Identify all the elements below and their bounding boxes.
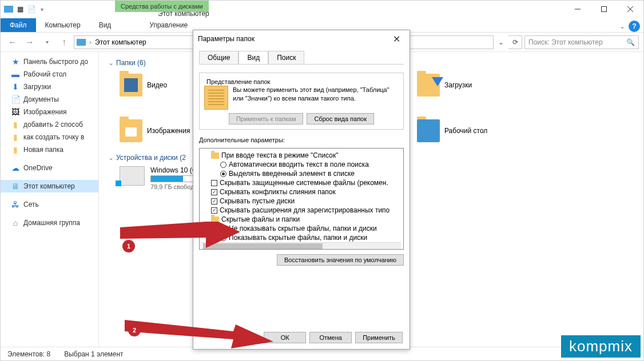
nav-newfolder[interactable]: ▮Новая папка [1,143,98,156]
nav-up-button[interactable]: ↑ [57,35,71,50]
folder-views-group: Представление папок Вы можете применить … [199,73,404,130]
search-placeholder: Поиск: Этот компьютер [528,38,603,46]
maximize-button[interactable] [591,1,617,18]
node-hidden-files: Скрытые файлы и папки [211,215,401,224]
restore-defaults-button[interactable]: Восстановить значения по умолчанию [277,254,404,266]
search-box[interactable]: Поиск: Этот компьютер 🔍 [524,35,639,49]
network-icon: 🖧 [11,200,20,209]
nav-this-pc[interactable]: 🖥Этот компьютер [1,180,98,192]
radio-icon [220,235,226,241]
address-location: Этот компьютер [95,38,146,46]
svg-rect-2 [602,7,607,12]
advanced-label: Дополнительные параметры: [199,137,404,143]
ok-button[interactable]: ОК [264,332,306,343]
search-icon: 🔍 [626,38,635,46]
pc-icon [77,39,86,46]
help-button[interactable]: ? [629,21,640,32]
pc-icon: 🖥 [11,182,20,191]
node-list-mode: При вводе текста в режиме "Список" [211,151,401,160]
folder-icon [120,119,142,142]
radio-auto-type[interactable]: Автоматически вводить текст в поле поиск… [220,160,401,169]
nav-pictures[interactable]: 🖼Изображения [1,106,98,118]
radio-select-typed[interactable]: Выделять введенный элемент в списке [220,169,401,178]
check-hide-system[interactable]: Скрывать защищенные системные файлы (рек… [211,178,401,187]
svg-rect-0 [4,6,13,13]
folder-view-icon [204,86,228,110]
horizontal-scrollbar[interactable] [202,242,401,250]
folder-icon: ▮ [11,133,20,142]
nav-recent-dropdown[interactable]: ▾ [39,35,54,50]
nav-back-button[interactable]: ← [5,35,20,50]
refresh-button[interactable]: ⟳ [508,35,522,49]
folder-icon [211,216,219,223]
folder-downloads[interactable]: Загрузки [417,74,531,97]
qat-newfolder-icon[interactable]: 📄 [27,5,36,14]
ribbon-tab-computer[interactable]: Компьютер [36,18,90,32]
check-hide-empty[interactable]: Скрывать пустые диски [211,196,401,206]
annotation-badge-2: 2 [128,324,141,336]
folder-icon [211,153,219,159]
radio-icon [220,226,226,232]
titlebar: ▦ 📄 ▾ Средства работы с дисками Этот ком… [1,1,643,18]
folder-icon: ▮ [11,145,20,154]
cancel-button[interactable]: Отмена [309,332,352,343]
nav-quick-access[interactable]: ★Панель быстрого до [1,55,98,68]
address-dropdown[interactable]: ⌄ [496,38,506,46]
apply-to-folders-button[interactable]: Применить к папкам [229,113,304,125]
downloads-icon: ⬇ [11,82,20,91]
check-hide-merge[interactable]: Скрывать конфликты слияния папок [211,187,401,196]
star-icon: ★ [11,57,20,66]
folder-icon [417,74,440,97]
folder-icon [120,74,142,97]
nav-desktop[interactable]: ▬Рабочий стол [1,68,98,81]
nav-add2ways[interactable]: ▮добавить 2 способ [1,118,98,131]
checkbox-icon [211,207,217,214]
status-item-count: Элементов: 8 [7,350,50,358]
dialog-close-button[interactable]: ✕ [388,31,405,47]
dialog-tab-search[interactable]: Поиск [268,51,304,65]
checkbox-icon [211,180,217,186]
checkbox-icon [211,189,217,195]
nav-network[interactable]: 🖧Сеть [1,198,98,211]
documents-icon: 📄 [11,95,20,104]
nav-howto[interactable]: ▮как создать точку в [1,131,98,143]
ribbon-tab-view[interactable]: Вид [90,18,121,32]
radio-show-hidden[interactable]: Показывать скрытые файлы, папки и диски [220,233,401,242]
desktop-icon: ▬ [11,70,20,79]
dialog-tab-view[interactable]: Вид [238,51,268,65]
app-icon [4,5,13,14]
folder-desktop[interactable]: Рабочий стол [417,119,531,142]
contextual-tab-header: Средства работы с дисками [115,1,209,12]
watermark: kompmix [561,335,641,358]
ribbon-tab-manage[interactable]: Управление [140,18,197,32]
dialog-tabs: Общие Вид Поиск [193,51,410,64]
folder-view-desc: Вы можете применить этот вид (например, … [233,86,399,110]
nav-documents[interactable]: 📄Документы [1,93,98,106]
nav-onedrive[interactable]: ☁OneDrive [1,162,98,174]
check-hide-ext[interactable]: Скрывать расширения для зарегистрированн… [211,206,401,215]
pictures-icon: 🖼 [11,107,20,117]
folder-icon [417,119,440,142]
folder-options-dialog: Параметры папок ✕ Общие Вид Поиск Предст… [193,30,410,350]
minimize-button[interactable] [565,1,591,18]
checkbox-icon [211,198,217,204]
apply-button[interactable]: Применить [355,332,403,343]
dialog-tab-general[interactable]: Общие [199,51,238,65]
status-selected: Выбран 1 элемент [64,350,123,358]
nav-forward-button[interactable]: → [22,35,37,50]
radio-dont-show-hidden[interactable]: Не показывать скрытые файлы, папки и дис… [220,224,401,233]
radio-icon [220,171,226,177]
nav-homegroup[interactable]: ⌂Домашняя группа [1,216,98,229]
advanced-settings-list[interactable]: При вводе текста в режиме "Список" Автом… [199,148,404,250]
navigation-pane: ★Панель быстрого до ▬Рабочий стол ⬇Загру… [1,52,99,347]
qat-properties-icon[interactable]: ▦ [15,5,25,14]
folder-icon: ▮ [11,120,20,129]
reset-folders-button[interactable]: Сброс вида папок [307,113,374,125]
ribbon-tab-file[interactable]: Файл [1,18,36,32]
homegroup-icon: ⌂ [11,218,20,227]
nav-downloads[interactable]: ⬇Загрузки [1,81,98,93]
dialog-title: Параметры папок [198,35,255,43]
ribbon-collapse-icon[interactable]: ⌄ [619,22,625,30]
close-button[interactable] [617,1,643,18]
drive-icon [120,166,145,186]
